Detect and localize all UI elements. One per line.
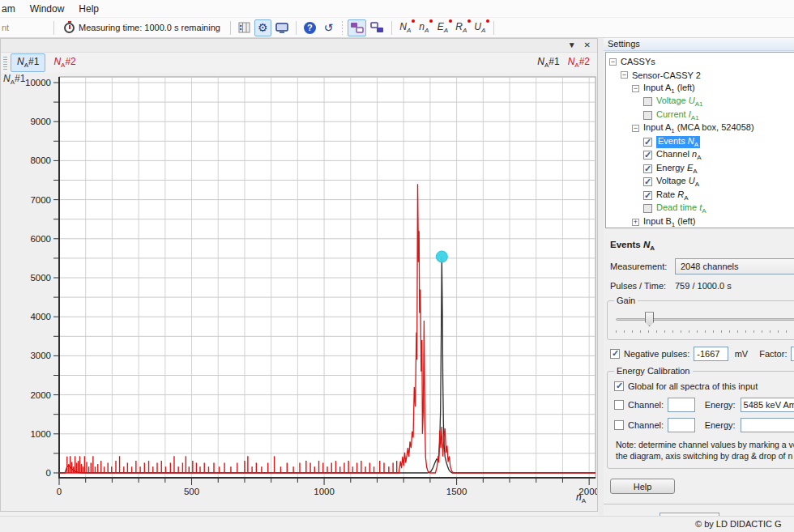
checkbox-icon[interactable] [643,177,652,186]
support-button[interactable]: ↺ [320,19,337,36]
tab-index: #1 [28,56,39,67]
toolbar-separator [493,21,494,35]
tree-item-energy-ea[interactable]: Energy EA [606,162,794,176]
quantity-button-NA[interactable]: NA [397,19,414,36]
measuring-time-button[interactable]: Measuring time: 1000.0 s remaining [59,23,225,33]
diagram-panel: ▼ ✕ NA#1 NA#2 NA#1 NA#2 0100020003000400… [0,38,598,512]
channel2-input[interactable] [668,418,695,432]
menu-item-help[interactable]: Help [71,0,106,17]
svg-text:0: 0 [57,487,62,496]
calibration-note: Note: determine channel values by markin… [616,439,794,462]
tree-item-current-ia1[interactable]: Current IA1 [606,109,794,122]
chart-legend: NA#1 NA#2 [537,56,595,69]
tree-item-voltage-ua1[interactable]: Voltage UA1 [606,96,794,109]
panel-close-button[interactable]: ✕ [584,41,591,49]
checkbox-icon[interactable] [643,151,652,160]
network-devices-icon [350,22,364,33]
spectrum-plot-area[interactable]: 0100020003000400050006000700080009000100… [1,73,597,511]
svg-text:5000: 5000 [30,273,51,283]
menu-item-window[interactable]: Window [23,0,72,17]
help-button-settings[interactable]: Help [610,479,675,494]
quantity-sub: A [425,27,429,34]
legend-entry-NA1: NA#1 [537,56,559,69]
channel1-checkbox[interactable] [614,400,624,410]
panel-splitter[interactable] [598,38,604,516]
collapse-icon[interactable] [632,85,639,92]
quantity-button-nA[interactable]: nA [416,19,433,36]
quantity-button-UA[interactable]: UA [472,19,489,36]
energy1-input[interactable]: 5485 keV Am24 [741,398,794,412]
tree-item-channel-na[interactable]: Channel nA [606,149,794,163]
tree-item-events-na[interactable]: Events NA [606,135,794,149]
y-axis-label[interactable]: NA#1 [3,73,25,86]
active-dot-icon [486,19,489,23]
svg-text:1000: 1000 [314,487,335,496]
tab-index: #2 [65,56,75,67]
checkbox-icon[interactable] [643,204,652,213]
menu-item-diagram-cut[interactable]: am [0,0,23,17]
collapse-icon[interactable] [609,58,617,66]
svg-text:8000: 8000 [30,155,51,165]
collapse-icon[interactable] [632,125,639,132]
factor-label: Factor: [759,349,787,359]
table-view-button[interactable] [236,19,253,36]
energy-calibration-groupbox: Energy Calibration Global for all spectr… [607,371,794,469]
toolbar-separator [53,21,54,35]
drag-handle-icon[interactable] [3,57,7,70]
toolbar-separator [342,21,343,35]
collapse-icon[interactable] [621,71,628,79]
settings-header: Settings [604,38,794,51]
checkbox-icon[interactable] [643,111,652,120]
channel2-checkbox[interactable] [614,420,624,430]
panel-collapse-button[interactable]: ▼ [568,41,576,49]
x-axis-label[interactable]: nA [576,492,586,504]
gain-slider[interactable] [614,311,794,327]
svg-text:7000: 7000 [30,195,51,205]
remote-support-icon: ↺ [324,22,334,33]
tree-item-rate-ra[interactable]: Rate RA [606,189,794,202]
tab-symbol: N [53,56,61,67]
checkbox-icon[interactable] [643,191,652,200]
checkbox-icon[interactable] [643,164,652,173]
tree-item-input-b1-left[interactable]: Input B1 (left) [606,215,794,228]
quantity-button-RA[interactable]: RA [453,19,470,36]
tree-item-input-a1-left[interactable]: Input A1 (left) [606,82,794,96]
gain-slider-ticks [616,330,794,333]
checkbox-icon[interactable] [643,138,652,147]
tree-item-dead-time-ta[interactable]: Dead time tA [606,202,794,216]
diagram-tab-bar: NA#1 NA#2 NA#1 NA#2 [1,53,597,73]
channel1-label: Channel: [628,400,664,410]
gain-slider-thumb[interactable] [645,312,654,326]
tree-item-cassys[interactable]: CASSYs [606,55,794,69]
gain-slider-track[interactable] [616,318,794,321]
display-button[interactable] [273,19,291,36]
help-button[interactable]: ? [301,19,318,36]
negative-pulses-input[interactable]: -1667 [694,347,728,361]
toolbar: nt Measuring time: 1000.0 s remaining ⚙ … [0,18,794,38]
measuring-time-text: Measuring time: 1000.0 s remaining [79,23,220,32]
tab-NA1[interactable]: NA#1 [11,53,45,71]
negative-pulses-checkbox[interactable] [610,349,620,359]
energy2-input[interactable] [741,418,794,432]
settings-toggle-button[interactable]: ⚙ [254,19,271,36]
gain-label: Gain [614,296,638,305]
tab-NA2[interactable]: NA#2 [47,53,82,71]
cassy-module-button[interactable] [348,19,366,36]
quantity-button-EA[interactable]: EA [434,19,451,36]
toolbar-separator [230,21,231,35]
spectrum-chart[interactable]: 0100020003000400050006000700080009000100… [1,73,597,512]
measurement-dropdown[interactable]: 2048 channels [675,258,794,275]
energy-calibration-title: Energy Calibration [614,366,693,376]
tree-item-input-a1-mca[interactable]: Input A1 (MCA box, 524058) [606,122,794,136]
settings-panel: Settings CASSYs Sensor-CASSY 2 Input A1 … [604,38,794,516]
tree-item-voltage-ua[interactable]: Voltage UA [606,176,794,189]
gain-groupbox: Gain [607,300,794,340]
tree-item-sensor-cassy2[interactable]: Sensor-CASSY 2 [606,69,794,83]
expand-icon[interactable] [632,219,639,226]
network-devices2-icon [370,22,384,33]
cassy-module2-button[interactable] [368,19,386,36]
factor-input[interactable]: -3 [791,347,794,361]
global-calibration-checkbox[interactable] [614,381,624,391]
channel1-input[interactable] [668,398,695,412]
checkbox-icon[interactable] [643,97,652,106]
